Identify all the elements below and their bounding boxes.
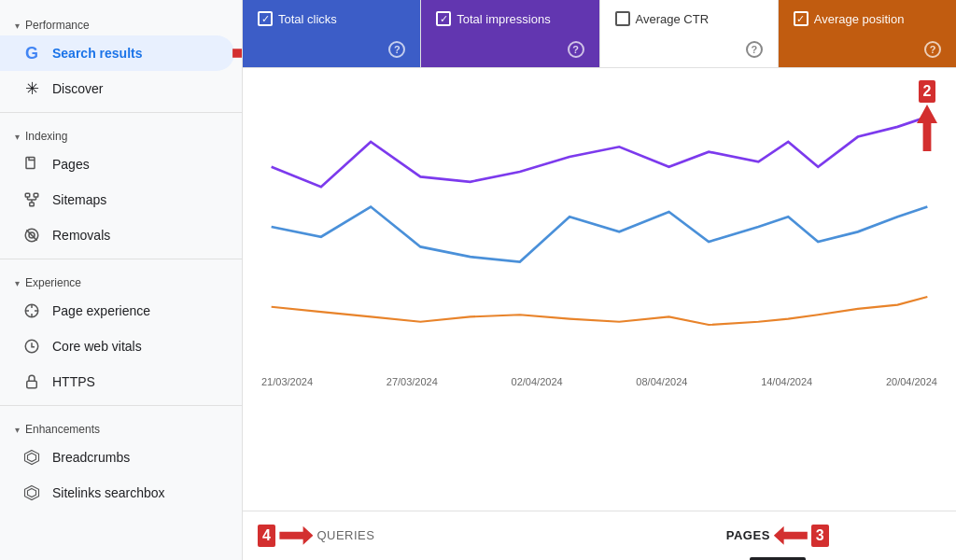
sidebar-item-core-web-vitals[interactable]: Core web vitals (0, 329, 234, 364)
chevron-icon: ▾ (15, 21, 20, 31)
x-label-3: 08/04/2024 (636, 376, 687, 387)
svg-rect-3 (30, 203, 35, 206)
tab-average-position[interactable]: ✓ Average position ? 2 (779, 0, 956, 67)
removals-icon (22, 226, 41, 245)
checkbox-average-ctr: ✓ (615, 11, 630, 26)
sidebar-section-indexing: ▾ Indexing (0, 119, 242, 147)
sidebar-item-sitelinks[interactable]: Sitelinks searchbox (0, 475, 234, 511)
tab-pages[interactable]: PAGES 3 (599, 511, 956, 560)
svg-rect-17 (27, 381, 37, 388)
page-experience-icon (22, 301, 41, 320)
sidebar-item-page-experience[interactable]: Page experience (0, 293, 234, 329)
sitemaps-icon (22, 190, 41, 209)
checkbox-average-position: ✓ (794, 11, 808, 26)
tab-average-ctr[interactable]: ✓ Average CTR ? (600, 0, 779, 67)
chevron-icon-experience: ▾ (15, 278, 20, 288)
sidebar-section-enhancements: ▾ Enhancements (0, 412, 242, 440)
arrow-left-pages-icon (774, 526, 808, 545)
svg-marker-18 (25, 451, 39, 465)
arrow-annotation-1: 1 (232, 42, 243, 64)
sidebar-item-search-results[interactable]: G Search results 1 (0, 35, 234, 71)
x-label-0: 21/03/2024 (261, 376, 313, 387)
sidebar-item-label-pages: Pages (52, 157, 90, 172)
pages-annotation: PAGES 3 (614, 525, 941, 547)
x-label-1: 27/03/2024 (387, 376, 438, 387)
tab-total-clicks-help: ? (388, 41, 405, 58)
svg-rect-2 (34, 193, 38, 197)
sidebar-item-label-https: HTTPS (52, 374, 95, 389)
tab-total-impressions-help: ? (568, 41, 584, 58)
chart-x-labels: 21/03/2024 27/03/2024 02/04/2024 08/04/2… (261, 371, 937, 393)
arrow-right-icon (232, 42, 243, 64)
tab-queries[interactable]: 4 QUERIES (243, 511, 599, 560)
asterisk-icon: ✳ (22, 79, 41, 98)
annotation-number-3: 3 (811, 525, 829, 547)
x-label-2: 02/04/2024 (512, 376, 563, 387)
sidebar-item-sitemaps[interactable]: Sitemaps (0, 182, 234, 217)
tab-average-ctr-top: ✓ Average CTR (615, 11, 763, 26)
sidebar-item-breadcrumbs[interactable]: Breadcrumbs (0, 440, 234, 475)
svg-rect-0 (26, 158, 35, 169)
chevron-icon-enhancements: ▾ (15, 425, 20, 435)
svg-marker-20 (25, 486, 39, 500)
sidebar-item-label-breadcrumbs: Breadcrumbs (52, 450, 130, 465)
sidebar-item-label-sitelinks: Sitelinks searchbox (52, 485, 165, 500)
bottom-tabs: 4 QUERIES PAGES 3 (243, 511, 956, 560)
sidebar-section-performance: ▾ Performance (0, 7, 242, 35)
https-icon (22, 372, 41, 391)
tab-average-ctr-label: Average CTR (636, 12, 710, 26)
sidebar: ▾ Performance G Search results 1 ✳ Disco… (0, 0, 243, 560)
sidebar-item-discover[interactable]: ✳ Discover (0, 71, 234, 106)
sidebar-item-label-cwv: Core web vitals (52, 339, 142, 354)
pages-icon (22, 155, 41, 174)
arrow-right-queries-icon (279, 526, 313, 545)
tab-average-ctr-help: ? (746, 41, 763, 58)
tab-average-position-label: Average position (814, 12, 905, 26)
section-label-indexing: Indexing (25, 130, 67, 143)
sidebar-item-label-discover: Discover (52, 81, 103, 96)
cwv-icon (22, 337, 41, 356)
checkbox-total-clicks: ✓ (258, 11, 273, 26)
sitelinks-icon (22, 483, 41, 502)
svg-line-9 (26, 230, 36, 240)
svg-rect-1 (25, 193, 30, 197)
sidebar-item-label-search-results: Search results (52, 46, 143, 61)
section-label-enhancements: Enhancements (25, 423, 100, 436)
sidebar-item-label-page-experience: Page experience (52, 303, 150, 318)
section-label-performance: Performance (25, 19, 90, 32)
queries-annotation: 4 QUERIES (258, 525, 584, 547)
svg-marker-19 (28, 454, 36, 462)
chevron-icon-indexing: ▾ (15, 132, 20, 142)
sidebar-item-https[interactable]: HTTPS (0, 364, 234, 399)
tab-pages-label: PAGES (726, 528, 770, 542)
x-label-4: 14/04/2024 (761, 376, 812, 387)
main-content: ✓ Total clicks ? ✓ Total impressions ? ✓ (243, 0, 956, 560)
chart-area: 21/03/2024 27/03/2024 02/04/2024 08/04/2… (243, 68, 956, 511)
google-icon: G (22, 44, 41, 63)
divider-2 (0, 259, 242, 259)
annotation-number-4: 4 (258, 525, 275, 547)
tab-total-clicks-top: ✓ Total clicks (258, 11, 405, 26)
divider (0, 112, 242, 113)
tab-queries-label: QUERIES (316, 528, 374, 542)
sidebar-item-label-removals: Removals (52, 228, 110, 243)
tab-total-clicks[interactable]: ✓ Total clicks ? (243, 0, 421, 67)
tab-total-impressions[interactable]: ✓ Total impressions ? (421, 0, 599, 67)
tab-average-position-help: ? (924, 41, 941, 58)
performance-chart (261, 87, 937, 367)
tab-total-impressions-top: ✓ Total impressions (436, 11, 583, 26)
sidebar-item-label-sitemaps: Sitemaps (52, 192, 106, 207)
tab-total-impressions-label: Total impressions (457, 12, 550, 26)
sidebar-section-experience: ▾ Experience (0, 265, 242, 293)
sidebar-item-removals[interactable]: Removals (0, 217, 234, 253)
svg-marker-21 (28, 489, 36, 497)
tab-average-position-top: ✓ Average position (794, 11, 941, 26)
divider-3 (0, 405, 242, 406)
tab-total-clicks-label: Total clicks (278, 12, 337, 26)
section-label-experience: Experience (25, 276, 81, 289)
checkbox-total-impressions: ✓ (436, 11, 451, 26)
x-label-5: 20/04/2024 (886, 376, 937, 387)
metric-tabs: ✓ Total clicks ? ✓ Total impressions ? ✓ (243, 0, 956, 68)
breadcrumbs-icon (22, 448, 41, 467)
sidebar-item-pages[interactable]: Pages (0, 147, 234, 182)
